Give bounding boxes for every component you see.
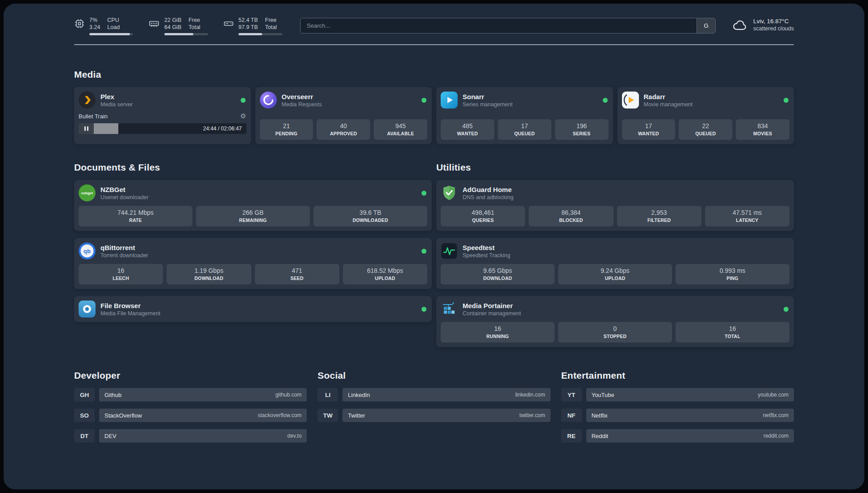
weather-condition: scattered clouds [753,25,794,32]
card-subtitle: Media Requests [282,101,417,108]
stat-tile: 2,953 FILTERED [617,206,701,226]
stat-tile: 485 WANTED [441,119,494,140]
card-subtitle: Media server [100,101,236,108]
status-dot [603,98,608,103]
section-title-developer: Developer [74,370,307,381]
sonarr-icon [441,92,458,109]
nzbget-card[interactable]: nzbget NZBGet Usenet downloader 744.21 M… [74,180,432,231]
disk-labels: Free Total [265,17,277,31]
bookmark-name: Github [104,392,121,398]
section-documents: Documents & Files nzbget NZBGet Usenet d… [74,162,432,322]
card-title: Radarr [644,93,779,100]
stat-tile: 498,461 QUERIES [441,206,525,226]
playback-bar: 24:44 / 02:06:47 [79,123,246,134]
bookmark-name: Twitter [348,412,365,419]
stat-tile: 471 SEED [255,264,339,284]
stat-tile: 1.19 Gbps DOWNLOAD [167,264,251,284]
stat-tile: 618.52 Mbps UPLOAD [343,264,427,284]
cpu-icon [74,18,85,29]
card-subtitle: Media File Management [100,310,417,317]
status-dot [421,307,426,312]
section-utilities: Utilities AdGuard Home [436,162,794,347]
bookmark-github[interactable]: GH Github github.com [74,388,307,401]
bookmark-netflix[interactable]: NF Netflix netflix.com [561,409,794,422]
card-title: Speedtest [463,244,789,251]
plex-card[interactable]: Plex Media server Bullet Train ⚙ 24:44 /… [74,87,251,144]
section-title-utilities: Utilities [436,162,794,173]
section-title-social: Social [317,370,550,381]
bookmark-url: linkedin.com [515,392,545,398]
stat-tile: 40 APPROVED [317,119,370,140]
bookmark-linkedin[interactable]: LI LinkedIn linkedin.com [317,388,550,401]
stat-tile: 9.65 Gbps DOWNLOAD [441,264,555,284]
disk-widget: 52.4 TB 97.9 TB Free Total [223,17,282,35]
stat-tile: 86,384 BLOCKED [529,206,613,226]
playback-time: 24:44 / 02:06:47 [203,125,242,132]
bookmark-abbr: RE [561,429,582,443]
sonarr-card[interactable]: Sonarr Series management 485 WANTED 17 Q… [436,87,613,144]
search-input[interactable] [300,18,716,33]
card-title: Sonarr [463,93,598,100]
status-dot [241,98,246,103]
bookmark-url: dev.to [288,433,302,439]
card-title: qBittorrent [100,244,417,251]
cpu-values: 7% 3.24 [89,17,100,31]
status-dot [784,307,789,312]
playback-progress-bar[interactable]: 24:44 / 02:06:47 [94,123,246,134]
card-title: Overseerr [282,93,417,100]
bookmark-abbr: GH [74,388,95,401]
qbittorrent-icon: qb [79,242,96,259]
card-title: File Browser [100,302,417,309]
bookmark-url: reddit.com [764,433,789,439]
pause-icon[interactable] [79,123,94,134]
settings-gear-icon[interactable]: ⚙ [240,112,246,120]
overseerr-card[interactable]: Overseerr Media Requests 21 PENDING 40 A… [255,87,432,144]
bookmark-dev[interactable]: DT DEV dev.to [74,429,307,443]
stat-tile: 266 GB REMAINING [196,206,310,226]
card-subtitle: DNS and adblocking [463,194,789,201]
adguard-icon [441,184,458,201]
section-title-documents: Documents & Files [74,162,432,173]
bookmark-url: youtube.com [758,392,789,398]
search-provider-button[interactable]: G [697,18,715,33]
stat-tile: 945 AVAILABLE [374,119,427,140]
card-subtitle: Torrent downloader [100,252,417,259]
qbittorrent-card[interactable]: qb qBittorrent Torrent downloader 16 LEE… [74,238,432,289]
card-subtitle: Speedtest Tracking [463,252,789,259]
memory-icon [148,18,160,29]
stat-tile: 0.993 ms PING [676,264,789,284]
card-subtitle: Container management [463,310,779,317]
dashboard: 7% 3.24 CPU Load 22 GiB [4,4,864,489]
disk-progress-bar [238,33,282,35]
section-media: Media Plex Media server Bullet Train ⚙ [74,69,794,144]
card-title: AdGuard Home [463,186,789,193]
memory-progress-bar [164,33,208,35]
radarr-card[interactable]: Radarr Movie management 17 WANTED 22 QUE… [618,87,794,144]
memory-widget: 22 GiB 64 GiB Free Total [148,17,208,35]
cpu-widget: 7% 3.24 CPU Load [74,17,133,35]
stat-tile: 834 MOVIES [736,119,789,140]
overseerr-icon [260,92,277,109]
plex-icon [79,92,96,109]
bookmark-youtube[interactable]: YT YouTube youtube.com [561,388,794,401]
topbar-divider [74,44,794,45]
cpu-percent: 7% [89,17,100,24]
bookmark-url: stackoverflow.com [258,412,301,418]
bookmark-name: LinkedIn [348,392,370,398]
bookmark-name: YouTube [592,392,614,398]
bookmark-twitter[interactable]: TW Twitter twitter.com [317,409,550,422]
stat-tile: 9.24 Gbps UPLOAD [558,264,672,284]
stat-tile: 17 QUEUED [498,119,551,140]
adguard-card[interactable]: AdGuard Home DNS and adblocking 498,461 … [436,180,794,231]
stat-tile: 16 RUNNING [441,322,555,343]
filebrowser-card[interactable]: File Browser Media File Management [74,296,432,322]
portainer-card[interactable]: Media Portainer Container management 16 … [436,296,794,347]
stat-tile: 17 WANTED [622,119,676,140]
bookmark-abbr: SO [74,409,95,422]
bookmark-stackoverflow[interactable]: SO StackOverflow stackoverflow.com [74,409,307,422]
speedtest-card[interactable]: Speedtest Speedtest Tracking 9.65 Gbps D… [436,238,794,289]
portainer-icon [441,301,458,318]
status-dot [784,98,789,103]
bookmark-reddit[interactable]: RE Reddit reddit.com [561,429,794,443]
section-entertainment: Entertainment YT YouTube youtube.com NF … [561,370,794,443]
